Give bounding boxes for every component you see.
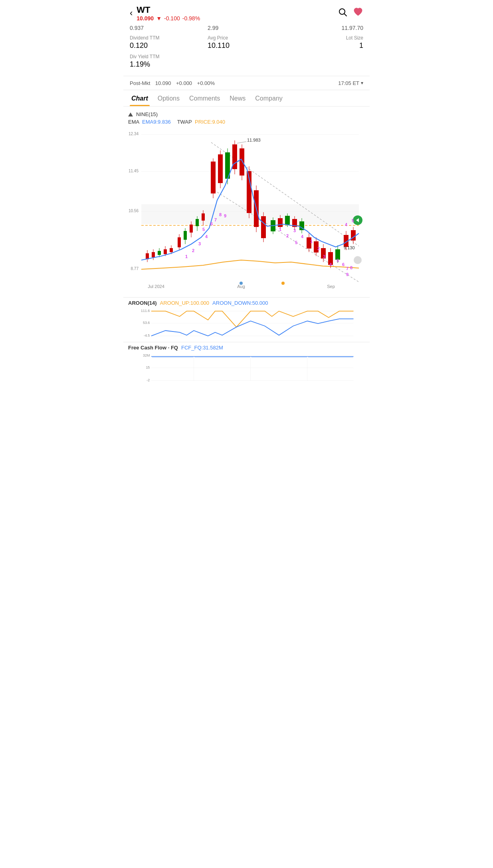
tab-company[interactable]: Company	[250, 90, 287, 106]
tab-news[interactable]: News	[225, 90, 250, 106]
svg-text:6: 6	[210, 221, 213, 226]
tab-comments[interactable]: Comments	[184, 90, 225, 106]
search-icon[interactable]	[338, 7, 347, 19]
stat-value-pe: 2.99	[208, 25, 285, 31]
divyield-label: Div Yield TTM	[130, 54, 363, 59]
post-mkt-info: Post-Mkt 10.090 +0.000 +0.00%	[130, 79, 215, 87]
chart-indicator-row: NINE(15)	[123, 110, 370, 119]
post-mkt-label: Post-Mkt	[130, 80, 150, 86]
aroon-title: AROON(14)	[128, 300, 157, 306]
indicator-label: NINE(15)	[136, 111, 158, 117]
stat-item-pe: 2.99	[208, 25, 285, 31]
stat-value-eps: 0.937	[130, 25, 208, 31]
svg-rect-26	[178, 237, 181, 247]
svg-rect-129	[194, 357, 250, 358]
svg-text:3: 3	[323, 254, 325, 259]
stat-item-52w: 11.97.70	[285, 25, 363, 31]
svg-text:8: 8	[350, 265, 352, 270]
svg-text:2: 2	[192, 248, 194, 253]
ema-indicator: EMA EMA9:9.836	[128, 119, 171, 125]
post-mkt-time[interactable]: 17:05 ET ▾	[338, 80, 363, 86]
header-right	[338, 7, 363, 19]
post-mkt-pct: +0.00%	[197, 80, 215, 86]
header: ‹ WT 10.090 ▼ -0.100 -0.98%	[123, 0, 370, 23]
svg-rect-44	[240, 148, 244, 176]
svg-text:8: 8	[219, 212, 222, 217]
svg-rect-32	[196, 219, 199, 226]
svg-rect-38	[218, 154, 223, 183]
ema-label: EMA	[128, 119, 139, 125]
fcf-title-row: Free Cash Flow · FQ FCF_FQ:31.582M	[128, 345, 365, 351]
dividend-value: 0.120	[130, 41, 208, 50]
svg-rect-28	[184, 231, 187, 240]
svg-text:6: 6	[342, 262, 345, 267]
svg-text:-4.5: -4.5	[144, 333, 150, 337]
svg-rect-36	[211, 162, 216, 193]
svg-rect-58	[285, 216, 290, 225]
svg-text:5: 5	[202, 227, 205, 232]
twap-label: TWAP	[177, 119, 192, 125]
svg-rect-30	[190, 225, 193, 233]
svg-text:4: 4	[345, 222, 348, 227]
svg-text:15: 15	[146, 365, 150, 369]
svg-rect-34	[202, 213, 205, 221]
stat-item-avgprice: Avg Price 10.110	[208, 35, 285, 50]
svg-text:4: 4	[205, 234, 208, 239]
twap-value: PRICE:9.040	[195, 119, 225, 125]
fcf-chart: 32M 15 -2	[128, 352, 365, 384]
chevron-down-icon: ▾	[361, 80, 363, 86]
svg-text:10.56: 10.56	[129, 209, 139, 213]
svg-rect-24	[170, 248, 173, 252]
svg-rect-22	[164, 249, 167, 254]
main-chart[interactable]: 12.34 11.45 10.56 8.77	[123, 126, 370, 294]
lotsize-value: 1	[285, 41, 363, 50]
svg-rect-128	[152, 357, 194, 358]
svg-rect-111	[137, 308, 356, 339]
tab-chart[interactable]: Chart	[127, 90, 153, 106]
svg-text:9: 9	[346, 272, 348, 277]
svg-text:11.45: 11.45	[129, 169, 139, 173]
heart-icon[interactable]	[353, 7, 363, 19]
svg-text:9: 9	[224, 213, 226, 218]
svg-text:3: 3	[198, 241, 201, 246]
price-value: 10.090	[137, 15, 154, 22]
svg-text:Sep: Sep	[327, 284, 335, 289]
stats-row-1: 0.937 2.99 11.97.70	[130, 25, 363, 31]
fcf-value: FCF_FQ:31.582M	[181, 345, 223, 351]
header-left: ‹ WT 10.090 ▼ -0.100 -0.98%	[130, 5, 200, 22]
fcf-title: Free Cash Flow · FQ	[128, 345, 178, 351]
svg-rect-18	[152, 252, 155, 257]
post-mkt-time-value: 17:05 ET	[338, 80, 359, 86]
fcf-section: Free Cash Flow · FQ FCF_FQ:31.582M 32M 1…	[123, 342, 370, 387]
stat-item-lotsize: Lot Size 1	[285, 35, 363, 50]
svg-text:4: 4	[301, 234, 304, 239]
svg-rect-20	[158, 251, 161, 255]
svg-rect-52	[261, 216, 266, 238]
svg-text:2: 2	[317, 246, 320, 251]
svg-text:3: 3	[293, 228, 296, 233]
svg-text:8.77: 8.77	[131, 266, 139, 271]
stat-value-52w: 11.97.70	[285, 25, 363, 31]
tabs-row: Chart Options Comments News Company	[123, 90, 370, 107]
svg-text:Jul 2024: Jul 2024	[148, 284, 164, 289]
svg-line-1	[345, 14, 347, 16]
svg-text:1: 1	[310, 239, 313, 244]
dividend-label: Dividend TTM	[130, 35, 208, 41]
aroon-title-row: AROON(14) AROON_UP:100.000 AROON_DOWN:50…	[128, 300, 365, 306]
stat-item-eps: 0.937	[130, 25, 208, 31]
aroon-chart: 111.6 53.6 -4.5	[128, 308, 365, 339]
tab-options[interactable]: Options	[153, 90, 184, 106]
svg-text:7: 7	[214, 217, 217, 222]
ema-twap-row: EMA EMA9:9.836 TWAP PRICE:9.040	[123, 119, 370, 126]
svg-text:5: 5	[295, 240, 297, 245]
svg-text:9.130: 9.130	[344, 245, 355, 250]
stats-row-2: Dividend TTM 0.120 Avg Price 10.110 Lot …	[130, 35, 363, 50]
svg-text:2: 2	[286, 233, 289, 238]
svg-point-80	[354, 256, 362, 264]
back-button[interactable]: ‹	[130, 9, 133, 18]
aroon-up-value: AROON_UP:100.000	[160, 300, 210, 306]
stats-row-3: Div Yield TTM 1.19%	[130, 54, 363, 69]
post-mkt-price: 10.090	[155, 80, 171, 86]
ticker-price-row: 10.090 ▼ -0.100 -0.98%	[137, 15, 200, 22]
twap-indicator: TWAP PRICE:9.040	[177, 119, 225, 125]
